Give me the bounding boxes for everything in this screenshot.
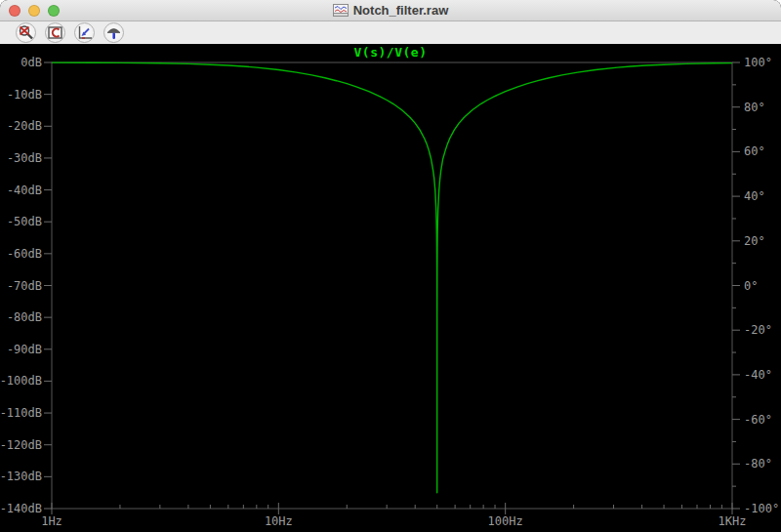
waveform-plot-pane[interactable]: V(s)/V(e) 0dB-10dB-20dB-30dB-40dB-50dB-6… (0, 44, 781, 532)
svg-text:80°: 80° (744, 101, 765, 114)
svg-text:-140dB: -140dB (0, 502, 42, 515)
svg-text:-80°: -80° (744, 457, 772, 471)
plot-border (52, 62, 732, 509)
svg-text:1KHz: 1KHz (719, 514, 747, 528)
svg-text:0°: 0° (744, 279, 758, 293)
toolbar (0, 21, 781, 44)
close-button[interactable] (9, 5, 21, 17)
svg-text:-20°: -20° (744, 323, 772, 337)
plot-settings-button[interactable] (103, 22, 124, 43)
y-axis-right: 100°80°60°40°20°0°-20°-40°-60°-80°-100° (732, 56, 779, 515)
zoom-back-icon (17, 23, 35, 42)
svg-text:0dB: 0dB (21, 56, 42, 69)
x-axis: 1Hz10Hz100Hz1KHz (41, 503, 746, 528)
svg-text:60°: 60° (744, 144, 765, 158)
svg-text:-30dB: -30dB (7, 151, 42, 165)
plot-settings-icon (104, 23, 123, 42)
zoom-rect-icon (46, 23, 64, 42)
autorange-icon (75, 23, 94, 42)
svg-text:-20dB: -20dB (7, 119, 42, 133)
document-icon (333, 4, 349, 17)
plot-canvas[interactable]: 0dB-10dB-20dB-30dB-40dB-50dB-60dB-70dB-8… (0, 44, 781, 532)
svg-text:-120dB: -120dB (0, 438, 42, 452)
ltspice-waveform-window: Notch_filter.raw (0, 0, 781, 532)
svg-text:-100dB: -100dB (0, 374, 42, 388)
svg-text:-60°: -60° (744, 413, 772, 427)
traffic-lights (9, 5, 60, 17)
autorange-button[interactable] (74, 22, 95, 43)
minimize-button[interactable] (28, 5, 40, 17)
trace-group (52, 62, 732, 493)
svg-text:-50dB: -50dB (7, 215, 42, 228)
svg-text:100Hz: 100Hz (488, 514, 523, 528)
svg-text:-70dB: -70dB (7, 279, 42, 293)
svg-text:-90dB: -90dB (7, 343, 42, 356)
svg-text:-40dB: -40dB (7, 184, 42, 197)
zoom-rect-button[interactable] (45, 22, 65, 43)
svg-text:10Hz: 10Hz (265, 514, 293, 528)
titlebar[interactable]: Notch_filter.raw (0, 0, 781, 21)
svg-text:1Hz: 1Hz (41, 514, 62, 528)
svg-text:-100°: -100° (744, 502, 779, 515)
zoom-button[interactable] (48, 5, 60, 17)
svg-text:-60dB: -60dB (7, 247, 42, 261)
svg-text:40°: 40° (744, 189, 765, 203)
window-title-group: Notch_filter.raw (333, 3, 449, 18)
y-axis-left: 0dB-10dB-20dB-30dB-40dB-50dB-60dB-70dB-8… (0, 56, 52, 515)
svg-text:100°: 100° (744, 56, 772, 69)
svg-text:-80dB: -80dB (7, 310, 42, 324)
svg-text:-10dB: -10dB (7, 88, 42, 102)
zoom-back-button[interactable] (16, 22, 36, 43)
window-title: Notch_filter.raw (353, 3, 449, 18)
magnitude-trace[interactable] (52, 62, 732, 493)
svg-text:-130dB: -130dB (0, 470, 42, 483)
svg-text:-110dB: -110dB (0, 406, 42, 420)
svg-text:20°: 20° (744, 234, 765, 248)
svg-text:-40°: -40° (744, 368, 772, 382)
